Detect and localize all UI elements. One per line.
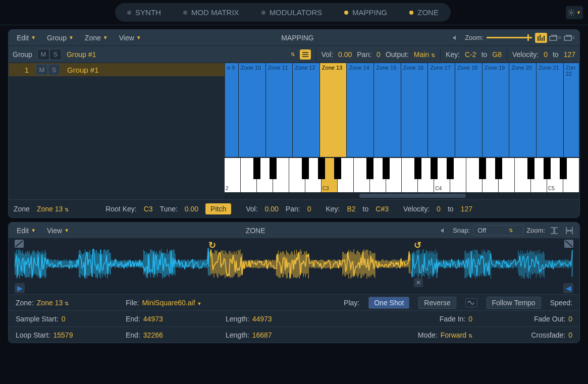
black-key[interactable] <box>495 158 502 179</box>
black-key[interactable] <box>270 158 277 179</box>
view-mode-group[interactable]: G <box>549 33 561 43</box>
zone-column[interactable]: Zone 15 <box>374 63 401 157</box>
edit-menu[interactable]: Edit▼ <box>13 32 40 44</box>
file-selector[interactable]: MiniSquare60.aif ▼ <box>142 299 201 307</box>
crossfade[interactable]: 0 <box>568 331 572 339</box>
zone-column[interactable]: Zone 12 <box>293 63 320 157</box>
settings-button[interactable]: ▼ <box>566 6 583 19</box>
key-low[interactable]: C-2 <box>465 50 476 59</box>
fade-out-handle[interactable] <box>564 240 573 248</box>
zoom-fit-vert[interactable] <box>548 226 560 236</box>
mute-button[interactable]: M <box>37 49 49 60</box>
pan-value[interactable]: 0 <box>377 50 381 59</box>
zone-view-menu[interactable]: View▼ <box>43 225 73 237</box>
zone-vel-high[interactable]: 127 <box>461 205 472 213</box>
tune-value[interactable]: 0.00 <box>185 205 198 213</box>
black-key[interactable] <box>414 158 421 179</box>
black-key[interactable] <box>334 158 341 179</box>
black-key[interactable] <box>318 158 325 179</box>
loop-end-marker[interactable]: ↺ <box>414 240 421 251</box>
prev-marker[interactable]: ▶ <box>15 283 25 293</box>
flex-button[interactable] <box>465 298 477 307</box>
black-key[interactable] <box>366 158 373 179</box>
zone-column[interactable]: Zone 13 <box>320 63 347 157</box>
vel-low[interactable]: 0 <box>544 50 548 59</box>
zone-column[interactable]: Zone 19 <box>483 63 510 157</box>
group-stepper[interactable]: ⇅ <box>291 51 295 57</box>
waveform-display[interactable]: ↻ ↺ ✕ ▶ ◀ <box>9 239 579 294</box>
row-solo[interactable]: S <box>48 64 60 75</box>
black-key[interactable] <box>560 158 567 179</box>
one-shot-button[interactable]: One Shot <box>368 297 409 309</box>
zone-key-low[interactable]: B2 <box>347 205 355 213</box>
black-key[interactable] <box>253 158 260 179</box>
fade-out[interactable]: 0 <box>568 315 572 323</box>
black-key[interactable] <box>302 158 309 179</box>
zone-column[interactable]: Zone 16 <box>401 63 429 157</box>
zone-column[interactable]: Zone 18 <box>455 63 483 157</box>
solo-button[interactable]: S <box>49 49 62 60</box>
tab-zone[interactable]: ZONE <box>398 4 450 21</box>
loop-length[interactable]: 16687 <box>252 331 272 339</box>
zone-pan[interactable]: 0 <box>307 205 311 213</box>
zone-key-high[interactable]: C#3 <box>376 205 389 213</box>
zone-column[interactable]: Zone 21 <box>537 63 564 157</box>
piano-keyboard[interactable]: 2C3C4C5 <box>225 157 579 192</box>
zone-column[interactable]: Zone 10 <box>239 63 266 157</box>
zone-column[interactable]: Zone 20 <box>509 63 537 157</box>
follow-tempo-button[interactable]: Follow Tempo <box>487 297 541 309</box>
zoom-slider[interactable] <box>487 37 532 38</box>
vel-high[interactable]: 127 <box>564 50 575 59</box>
next-marker[interactable]: ◀ <box>563 283 573 293</box>
key-high[interactable]: G8 <box>492 50 502 59</box>
black-key[interactable] <box>383 158 390 179</box>
loop-start[interactable]: 15579 <box>54 331 73 339</box>
zone-edit-menu[interactable]: Edit▼ <box>13 225 40 237</box>
sample-length[interactable]: 44973 <box>252 315 272 323</box>
end-marker[interactable]: ✕ <box>414 278 423 287</box>
zone-vol[interactable]: 0.00 <box>265 205 279 213</box>
group-row[interactable]: 1 M S Group #1 <box>9 63 225 76</box>
fade-in-handle[interactable] <box>15 240 24 248</box>
zone-column[interactable]: Zone 17 <box>428 63 455 157</box>
tab-synth[interactable]: SYNTH <box>116 4 172 21</box>
list-view-button[interactable] <box>300 49 311 60</box>
fade-in[interactable]: 0 <box>468 315 472 323</box>
zone-grid[interactable]: e 9Zone 10Zone 11Zone 12Zone 13Zone 14Zo… <box>225 63 579 157</box>
view-mode-bars[interactable] <box>535 33 547 43</box>
view-menu[interactable]: View▼ <box>115 32 145 44</box>
black-key[interactable] <box>447 158 454 179</box>
vol-value[interactable]: 0.00 <box>338 50 352 59</box>
snap-selector[interactable]: Off⇅ <box>473 225 523 236</box>
black-key[interactable] <box>431 158 438 179</box>
zone-name-sel[interactable]: Zone 13 ⇅ <box>37 299 69 307</box>
loop-end[interactable]: 32266 <box>143 331 163 339</box>
zone-column[interactable]: Zone 11 <box>266 63 293 157</box>
tab-modulators[interactable]: MODULATORS <box>250 4 333 21</box>
black-key[interactable] <box>479 158 486 179</box>
tab-mapping[interactable]: MAPPING <box>333 4 398 21</box>
loop-start-marker[interactable]: ↻ <box>208 240 216 251</box>
zone-menu[interactable]: Zone▼ <box>81 32 112 44</box>
zone-vel-low[interactable]: 0 <box>437 205 441 213</box>
zone-column[interactable]: Zon 22 <box>564 63 579 157</box>
tab-mod-matrix[interactable]: MOD MATRIX <box>172 4 250 21</box>
zone-selector[interactable]: Zone 13 ⇅ <box>37 205 69 213</box>
group-name-selector[interactable]: Group #1 <box>67 50 96 59</box>
sample-start[interactable]: 0 <box>62 315 66 323</box>
output-selector[interactable]: Main ⇅ <box>414 50 435 59</box>
white-key[interactable]: 2 <box>225 158 241 192</box>
zone-speaker-button[interactable] <box>438 226 450 236</box>
horiz-scrollbar[interactable] <box>225 192 579 199</box>
black-key[interactable] <box>544 158 551 179</box>
group-menu[interactable]: Group▼ <box>43 32 78 44</box>
loop-mode[interactable]: Forward ⇅ <box>441 331 472 339</box>
zone-column[interactable]: e 9 <box>225 63 239 157</box>
black-key[interactable] <box>527 158 534 179</box>
speaker-button[interactable] <box>450 33 462 43</box>
sample-end[interactable]: 44973 <box>143 315 163 323</box>
reverse-button[interactable]: Reverse <box>418 297 456 309</box>
pitch-button[interactable]: Pitch <box>205 203 231 214</box>
row-mute[interactable]: M <box>36 64 48 75</box>
root-key[interactable]: C3 <box>144 205 153 213</box>
